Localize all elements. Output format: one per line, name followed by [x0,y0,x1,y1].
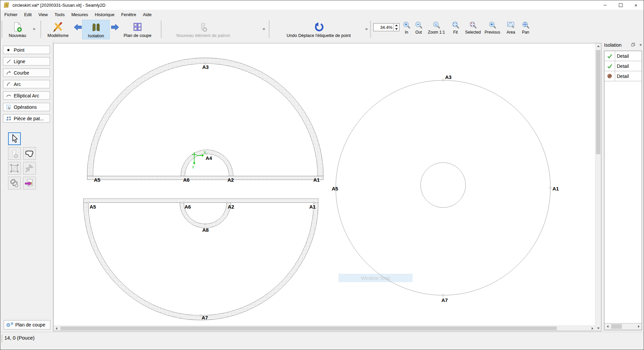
point-label-a1c[interactable]: A1 [552,186,559,191]
zoom-spin-down-icon[interactable] [394,27,399,31]
menu-fenetre[interactable]: Fenêtre [118,10,140,19]
export-piece-tool-button[interactable] [23,177,36,189]
pattern-piece-top[interactable] [87,58,323,180]
scroll-left-icon[interactable] [605,324,610,329]
title-bar[interactable]: S circleskirt.val* [20200331-Susan.vit] … [0,0,644,10]
plan-de-coupe-panel-button[interactable]: ⚙⚙ Plan de coupe [4,320,50,330]
vscroll-thumb[interactable] [596,50,600,154]
select-tool-button[interactable] [8,132,21,145]
menu-historique[interactable]: Historique [92,10,118,19]
pattern-piece-bottom[interactable] [84,199,318,320]
toolbar-grip[interactable] [269,21,270,38]
zoom-pan-button[interactable]: Pan [519,21,532,35]
point-label-a6[interactable]: A6 [183,177,190,183]
axis-y-label: Y [192,165,195,169]
zoom-1-1-button[interactable]: 1 Zoom 1:1 [426,21,447,35]
sidebar-item-piece-de-patron[interactable]: Pièce de pat... [3,114,50,123]
zoom-spinbox[interactable]: 34.4% [373,23,399,31]
point-label-a8[interactable]: A8 [202,227,209,233]
pin-tool-button[interactable] [23,162,36,175]
plan-de-coupe-mode-button[interactable]: Plan de coupe [120,20,155,39]
overflow-chevron-icon[interactable]: » [365,26,368,31]
check-icon[interactable] [604,61,615,71]
zoom-fit-button[interactable]: Fit [447,21,464,35]
detail-list-scrollbar[interactable] [604,323,642,330]
menu-view[interactable]: View [35,10,51,19]
detail-row[interactable]: Detail [604,71,642,81]
line-icon [6,59,12,64]
operations-icon [6,104,12,110]
scroll-up-icon[interactable] [595,43,601,49]
toolbar-grip[interactable] [161,21,162,38]
pattern-drawing[interactable]: X Y A3 A4 A5 A6 A2 A1 A5 A6 A2 A1 A8 A7 [54,43,595,325]
detail-row[interactable]: Detail [604,61,642,71]
new-pattern-piece-button[interactable]: Nouveau élément de patron [165,20,242,39]
point-label-a2[interactable]: A2 [227,177,234,183]
sidebar-item-courbe[interactable]: Courbe [3,69,50,77]
sidebar-item-elliptical-arc[interactable]: Elliptical Arc [3,91,50,100]
point-label-a3[interactable]: A3 [202,64,209,70]
zoom-in-button[interactable]: In [401,21,412,35]
check-icon[interactable] [604,51,615,61]
menu-edit[interactable]: Edit [21,10,35,19]
scroll-right-icon[interactable] [590,326,595,331]
maximize-icon[interactable] [613,0,628,10]
sidebar-item-arc[interactable]: Arc [3,80,50,88]
point-label-a2b[interactable]: A2 [228,204,234,210]
internal-path-tool-button[interactable] [23,147,36,160]
overflow-chevron-icon[interactable]: » [263,26,265,31]
point-label-a3c[interactable]: A3 [445,74,451,80]
sidebar-item-point[interactable]: Point [3,46,50,54]
point-label-a6b[interactable]: A6 [184,204,191,210]
modelisme-mode-button[interactable]: Modélisme [43,20,73,39]
union-tool-button[interactable] [8,177,21,189]
toolbar-grip[interactable] [1,21,2,38]
toolbar-grip[interactable] [370,21,371,38]
zoom-spin-up-icon[interactable] [394,24,399,27]
point-label-a1[interactable]: A1 [313,177,320,183]
undo-button[interactable]: Undo Déplace l'étiquette de point [272,20,365,39]
point-label-a4[interactable]: A4 [206,155,212,161]
anchor-point-tool-button[interactable] [8,162,21,175]
sidebar-item-operations[interactable]: Opérations [3,103,50,111]
dock-title-bar[interactable]: Isolation × [602,41,644,49]
menu-aide[interactable]: Aide [140,10,155,19]
zoom-out-button[interactable]: Out [412,21,426,35]
point-label-a7c[interactable]: A7 [441,297,448,303]
add-pattern-piece-tool-button[interactable] [8,147,21,160]
scroll-left-icon[interactable] [54,326,59,331]
scroll-down-icon[interactable] [595,325,601,331]
blocked-icon[interactable] [604,71,615,81]
minimize-icon[interactable] [597,0,613,10]
canvas-vertical-scrollbar[interactable] [595,43,601,331]
new-pattern-button[interactable]: Nouveau [3,20,32,39]
overflow-chevron-icon[interactable]: » [33,26,35,31]
canvas-horizontal-scrollbar[interactable] [54,325,595,331]
detail-scroll-thumb[interactable] [611,324,622,329]
zoom-in-icon [403,21,410,29]
point-label-a1b[interactable]: A1 [309,204,316,210]
point-label-a5[interactable]: A5 [94,177,100,183]
dock-close-icon[interactable]: × [638,42,643,47]
zoom-previous-button[interactable]: Previous [482,21,503,35]
menu-mesures[interactable]: Mesures [68,10,92,19]
next-mode-arrow-icon[interactable] [110,22,120,32]
sidebar-item-ligne[interactable]: Ligne [3,57,50,65]
zoom-selected-button[interactable]: Selected [464,21,482,35]
hscroll-thumb[interactable] [60,326,557,330]
toolbar-grip[interactable] [40,21,41,38]
point-label-a5b[interactable]: A5 [90,204,96,210]
close-icon[interactable]: × [628,0,644,10]
zoom-area-button[interactable]: Area [503,21,519,35]
point-label-a7[interactable]: A7 [202,315,208,320]
point-label-a5c[interactable]: A5 [332,186,338,191]
pattern-canvas[interactable]: Window Snip [54,43,595,325]
detail-row[interactable]: Detail [604,51,642,61]
isolation-mode-button[interactable]: Isolation [82,20,110,39]
menu-tools[interactable]: Tools [51,10,68,19]
previous-mode-arrow-icon[interactable] [73,22,83,32]
scroll-right-icon[interactable] [636,324,641,329]
undock-icon[interactable] [631,42,636,47]
menu-fichier[interactable]: Fichier [1,10,21,19]
circle-draft[interactable] [335,80,551,296]
